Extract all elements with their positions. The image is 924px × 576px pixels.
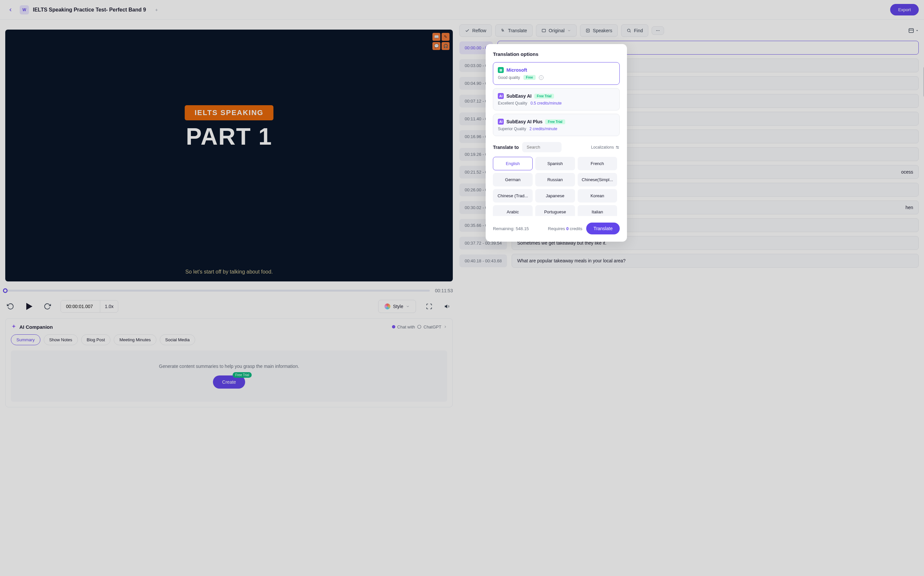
translate-to-label: Translate to <box>493 145 519 150</box>
translation-option-microsoft[interactable]: ⊞MicrosoftGood qualityFreei <box>493 62 620 85</box>
lang-russian[interactable]: Russian <box>535 173 575 186</box>
language-search-input[interactable] <box>522 142 562 152</box>
translation-option-subeasy-ai[interactable]: AISubEasy AIFree TrialExcellent Quality0… <box>493 88 620 110</box>
lang-chinese-traditional-[interactable]: Chinese (Trad... <box>493 189 533 203</box>
lang-italian[interactable]: Italian <box>578 205 618 216</box>
badge: Free <box>523 75 536 80</box>
sliders-icon <box>615 145 620 150</box>
lang-portuguese[interactable]: Portuguese <box>535 205 575 216</box>
lang-arabic[interactable]: Arabic <box>493 205 533 216</box>
lang-korean[interactable]: Korean <box>578 189 618 203</box>
lang-spanish[interactable]: Spanish <box>535 157 575 170</box>
lang-english[interactable]: English <box>493 157 533 170</box>
translation-modal: Translation options ⊞MicrosoftGood quali… <box>486 44 627 242</box>
badge: Free Trial <box>545 119 565 124</box>
ai-icon: AI <box>498 93 504 99</box>
dim-overlay <box>0 0 924 576</box>
translation-option-subeasy-ai-plus[interactable]: AISubEasy AI PlusFree TrialSuperior Qual… <box>493 114 620 136</box>
ai-icon: AI <box>498 119 504 125</box>
svg-point-17 <box>618 147 618 148</box>
localizations-button[interactable]: Localizations <box>591 145 620 150</box>
modal-title: Translation options <box>493 51 620 57</box>
translate-action-button[interactable]: Translate <box>586 222 620 234</box>
lang-french[interactable]: French <box>578 157 618 170</box>
lang-japanese[interactable]: Japanese <box>535 189 575 203</box>
info-icon[interactable]: i <box>539 75 544 80</box>
ms-icon: ⊞ <box>498 67 504 73</box>
lang-chinese-simplified-[interactable]: Chinese(Simpl... <box>578 173 618 186</box>
remaining-credits: Remaining: 548.15 <box>493 226 529 231</box>
lang-german[interactable]: German <box>493 173 533 186</box>
svg-point-16 <box>616 146 617 147</box>
requires-credits: Requires 0 credits <box>548 226 582 231</box>
badge: Free Trial <box>534 94 554 99</box>
